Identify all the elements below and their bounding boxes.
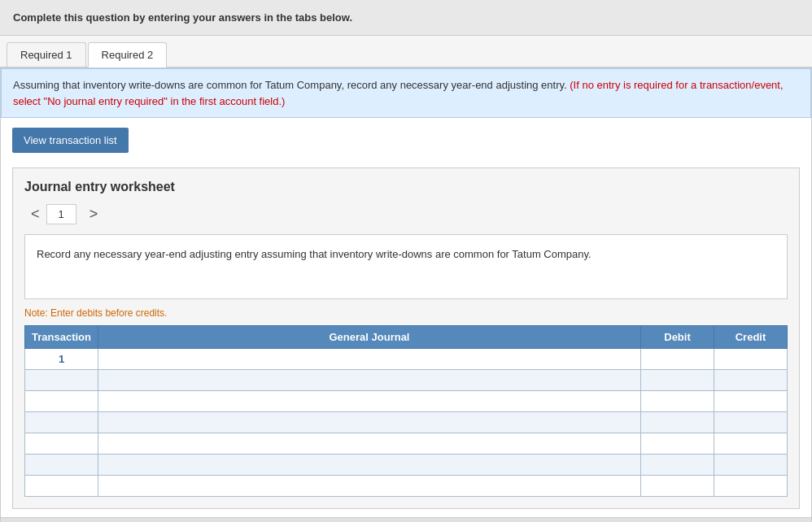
journal-table: Transaction General Journal Debit Credit… [24,325,788,497]
prev-page-arrow[interactable]: < [24,204,46,224]
debit-input[interactable] [644,437,710,450]
table-row [25,391,788,412]
journal-cell[interactable] [98,412,641,433]
debit-input[interactable] [644,458,710,472]
page-nav: < 1 > [24,204,788,224]
credit-cell[interactable] [714,370,788,391]
info-main-text: Assuming that inventory write-downs are … [13,79,567,91]
transaction-cell [25,476,98,497]
journal-input[interactable] [102,394,637,408]
journal-cell[interactable] [98,455,641,476]
credit-input[interactable] [718,352,784,366]
credit-input[interactable] [718,458,784,472]
debit-input[interactable] [644,479,710,493]
transaction-cell [25,370,98,391]
worksheet-title: Journal entry worksheet [24,180,788,194]
debit-input[interactable] [644,352,710,366]
transaction-cell: 1 [25,349,98,370]
journal-cell[interactable] [98,476,641,497]
tab-required2[interactable]: Required 2 [88,42,168,67]
current-page-tab: 1 [46,204,76,224]
transaction-cell [25,433,98,455]
col-header-debit: Debit [641,326,714,349]
table-row: 1 [25,349,788,370]
credit-cell[interactable] [714,455,788,476]
transaction-cell [25,455,98,476]
credit-cell[interactable] [714,412,788,433]
debit-cell[interactable] [641,391,714,412]
credit-input[interactable] [718,394,784,408]
credit-cell[interactable] [714,349,788,370]
credit-input[interactable] [718,479,784,493]
view-transaction-list-button[interactable]: View transaction list [12,128,129,153]
debit-cell[interactable] [641,412,714,433]
journal-input[interactable] [102,437,637,450]
credit-input[interactable] [718,373,784,387]
tabs-bar: Required 1 Required 2 [0,36,812,67]
debit-input[interactable] [644,394,710,408]
debit-cell[interactable] [641,370,714,391]
transaction-cell [25,412,98,433]
credit-cell[interactable] [714,391,788,412]
description-box: Record any necessary year-end adjusting … [24,234,788,299]
col-header-journal: General Journal [98,326,641,349]
journal-input[interactable] [102,352,637,366]
journal-cell[interactable] [98,433,641,455]
debit-cell[interactable] [641,476,714,497]
transaction-cell [25,391,98,412]
journal-input[interactable] [102,373,637,387]
col-header-transaction: Transaction [25,326,98,349]
description-text: Record any necessary year-end adjusting … [37,248,592,260]
table-row [25,370,788,391]
col-header-credit: Credit [714,326,788,349]
tab-required1[interactable]: Required 1 [7,42,86,67]
info-box: Assuming that inventory write-downs are … [1,68,811,118]
debit-cell[interactable] [641,433,714,455]
credit-cell[interactable] [714,476,788,497]
worksheet-container: Journal entry worksheet < 1 > Record any… [12,167,800,509]
journal-input[interactable] [102,479,637,493]
next-page-arrow[interactable]: > [83,204,105,224]
table-row [25,433,788,455]
credit-cell[interactable] [714,433,788,455]
debit-input[interactable] [644,373,710,387]
journal-input[interactable] [102,458,637,472]
journal-cell[interactable] [98,370,641,391]
debit-input[interactable] [644,415,710,429]
credit-input[interactable] [718,437,784,450]
table-row [25,455,788,476]
journal-cell[interactable] [98,391,641,412]
debit-cell[interactable] [641,455,714,476]
table-row [25,476,788,497]
note-text: Note: Enter debits before credits. [24,307,788,319]
credit-input[interactable] [718,415,784,429]
journal-cell[interactable] [98,349,641,370]
content-area: Assuming that inventory write-downs are … [0,67,812,522]
top-instruction: Complete this question by entering your … [0,0,812,36]
bottom-buttons: Record entry Clear entry View general jo… [1,517,811,522]
table-row [25,412,788,433]
debit-cell[interactable] [641,349,714,370]
journal-input[interactable] [102,415,637,429]
